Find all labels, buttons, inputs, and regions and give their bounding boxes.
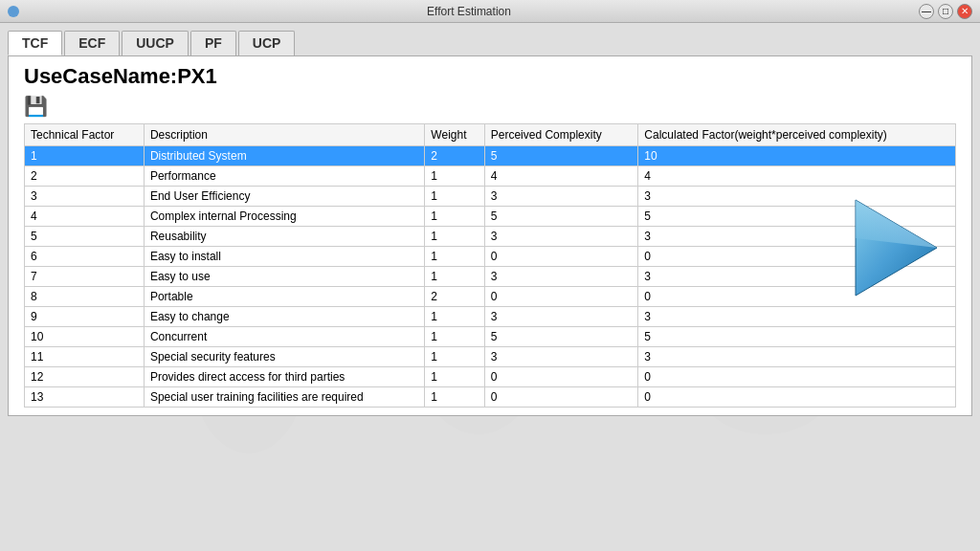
col-header-calculated: Calculated Factor(weight*perceived compl… — [638, 124, 956, 146]
cell-calculated: 3 — [638, 347, 956, 367]
title-bar: Effort Estimation — □ ✕ — [0, 0, 980, 23]
page-title: UseCaseName:PX1 — [24, 64, 956, 89]
cell-weight: 1 — [425, 166, 484, 187]
cell-complexity: 3 — [484, 267, 638, 287]
minimize-button[interactable]: — — [919, 4, 934, 19]
close-button[interactable]: ✕ — [957, 4, 972, 19]
cell-factor: 13 — [25, 387, 145, 408]
content-area: UseCaseName:PX1 💾 Technical Factor Descr… — [8, 55, 972, 416]
cell-complexity: 3 — [484, 347, 638, 367]
cell-factor: 4 — [25, 207, 145, 227]
tab-ucp[interactable]: UCP — [238, 31, 296, 55]
cell-complexity: 3 — [484, 187, 638, 207]
cell-description: End User Efficiency — [144, 187, 424, 207]
cell-description: Special security features — [144, 347, 424, 367]
col-header-complexity: Perceived Complexity — [484, 124, 638, 146]
cell-factor: 12 — [25, 367, 145, 387]
tab-tcf[interactable]: TCF — [8, 31, 62, 55]
cell-description: Provides direct access for third parties — [144, 367, 424, 387]
tab-bar: TCF ECF UUCP PF UCP — [0, 23, 980, 55]
table-header-row: Technical Factor Description Weight Perc… — [25, 124, 956, 146]
cell-weight: 1 — [425, 367, 484, 387]
cell-factor: 3 — [25, 187, 145, 207]
tab-pf[interactable]: PF — [190, 31, 236, 55]
table-row[interactable]: 4Complex internal Processing155 — [25, 207, 956, 227]
cell-factor: 8 — [25, 287, 145, 307]
table-row[interactable]: 6Easy to install100 — [25, 247, 956, 267]
table-row[interactable]: 8Portable200 — [25, 287, 956, 307]
cell-description: Distributed System — [144, 146, 424, 166]
cell-description: Performance — [144, 166, 424, 187]
cell-description: Easy to install — [144, 247, 424, 267]
cell-description: Easy to change — [144, 307, 424, 327]
cell-factor: 1 — [25, 146, 145, 166]
cell-complexity: 4 — [484, 166, 638, 187]
window-dot — [8, 6, 19, 17]
tab-uucp[interactable]: UUCP — [122, 31, 189, 55]
cell-description: Complex internal Processing — [144, 207, 424, 227]
cell-calculated: 5 — [638, 327, 956, 347]
cell-complexity: 0 — [484, 387, 638, 408]
save-button[interactable]: 💾 — [24, 95, 48, 118]
cell-factor: 10 — [25, 327, 145, 347]
cell-description: Reusability — [144, 227, 424, 247]
cell-factor: 11 — [25, 347, 145, 367]
table-row[interactable]: 12Provides direct access for third parti… — [25, 367, 956, 387]
col-header-weight: Weight — [425, 124, 484, 146]
main-window: TCF ECF UUCP PF UCP UseCaseName:PX1 💾 Te… — [0, 23, 980, 551]
table-row[interactable]: 5Reusability133 — [25, 227, 956, 247]
table-row[interactable]: 1Distributed System2510 — [25, 146, 956, 166]
window-title: Effort Estimation — [19, 5, 919, 18]
col-header-description: Description — [144, 124, 424, 146]
cell-description: Easy to use — [144, 267, 424, 287]
cell-weight: 1 — [425, 187, 484, 207]
cell-weight: 1 — [425, 207, 484, 227]
cell-weight: 1 — [425, 387, 484, 408]
cell-factor: 7 — [25, 267, 145, 287]
play-button[interactable] — [846, 195, 942, 300]
cell-description: Special user training facilities are req… — [144, 387, 424, 408]
cell-calculated: 0 — [638, 367, 956, 387]
cell-weight: 1 — [425, 327, 484, 347]
cell-calculated: 0 — [638, 387, 956, 408]
cell-complexity: 5 — [484, 207, 638, 227]
cell-complexity: 5 — [484, 327, 638, 347]
tcf-table: Technical Factor Description Weight Perc… — [24, 123, 956, 408]
cell-factor: 2 — [25, 166, 145, 187]
cell-weight: 1 — [425, 227, 484, 247]
cell-calculated: 10 — [638, 146, 956, 166]
cell-weight: 2 — [425, 287, 484, 307]
cell-description: Concurrent — [144, 327, 424, 347]
maximize-button[interactable]: □ — [938, 4, 953, 19]
cell-complexity: 0 — [484, 367, 638, 387]
table-row[interactable]: 11Special security features133 — [25, 347, 956, 367]
cell-calculated: 4 — [638, 166, 956, 187]
table-row[interactable]: 10Concurrent155 — [25, 327, 956, 347]
cell-weight: 1 — [425, 347, 484, 367]
cell-complexity: 0 — [484, 247, 638, 267]
table-row[interactable]: 3End User Efficiency133 — [25, 187, 956, 207]
cell-factor: 5 — [25, 227, 145, 247]
tab-ecf[interactable]: ECF — [64, 31, 120, 55]
table-row[interactable]: 7Easy to use133 — [25, 267, 956, 287]
cell-complexity: 5 — [484, 146, 638, 166]
title-bar-buttons: — □ ✕ — [919, 4, 972, 19]
cell-complexity: 0 — [484, 287, 638, 307]
cell-weight: 1 — [425, 247, 484, 267]
cell-factor: 6 — [25, 247, 145, 267]
table-row[interactable]: 2Performance144 — [25, 166, 956, 187]
cell-factor: 9 — [25, 307, 145, 327]
table-row[interactable]: 13Special user training facilities are r… — [25, 387, 956, 408]
cell-weight: 2 — [425, 146, 484, 166]
cell-calculated: 3 — [638, 307, 956, 327]
col-header-factor: Technical Factor — [25, 124, 145, 146]
cell-weight: 1 — [425, 267, 484, 287]
table-row[interactable]: 9Easy to change133 — [25, 307, 956, 327]
cell-description: Portable — [144, 287, 424, 307]
cell-complexity: 3 — [484, 227, 638, 247]
cell-weight: 1 — [425, 307, 484, 327]
cell-complexity: 3 — [484, 307, 638, 327]
